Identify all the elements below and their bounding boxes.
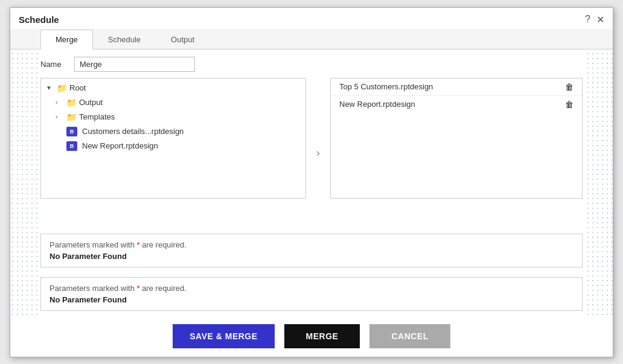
right-panel: Top 5 Customers.rptdesign 🗑 New Report.r… <box>330 78 583 199</box>
chevron-right-icon: › <box>56 99 64 106</box>
folder-icon: 📁 <box>66 112 77 122</box>
file-icon: B <box>66 141 77 151</box>
tree-item-root[interactable]: ▼ 📁 Root <box>41 81 305 95</box>
tree-item-label: Customers details...rptdesign <box>82 127 184 136</box>
tab-bar: Merge Schedule Output <box>10 29 613 49</box>
no-param-label-1: No Parameter Found <box>50 252 573 261</box>
right-item-label: New Report.rptdesign <box>339 100 415 109</box>
param-box-1: Parameters marked with * are required. N… <box>40 234 583 267</box>
footer: SAVE & MERGE MERGE CANCEL <box>10 316 613 357</box>
tab-schedule[interactable]: Schedule <box>93 30 156 49</box>
right-panel-item: Top 5 Customers.rptdesign 🗑 <box>331 78 582 96</box>
param-text-1: Parameters marked with * are required. <box>50 240 573 249</box>
file-icon: B <box>66 127 77 136</box>
tab-output[interactable]: Output <box>156 30 209 49</box>
title-bar: Schedule ? ✕ <box>10 8 613 29</box>
content-area: ▼ 📁 Root › 📁 Output › 📁 Templates <box>10 78 613 229</box>
folder-icon: 📁 <box>66 98 77 107</box>
tree-item-label: Templates <box>79 112 115 121</box>
schedule-dialog: Schedule ? ✕ Merge Schedule Output Name <box>10 7 613 357</box>
cancel-button[interactable]: CANCEL <box>369 324 450 348</box>
tree-item-label: New Report.rptdesign <box>82 141 158 150</box>
tree-item-label: Output <box>79 98 103 107</box>
folder-icon: 📁 <box>57 83 67 93</box>
name-row: Name <box>10 49 613 78</box>
chevron-right-icon: › <box>56 113 64 120</box>
tab-merge[interactable]: Merge <box>40 30 93 49</box>
tree-item-label: Root <box>69 83 86 92</box>
delete-icon[interactable]: 🗑 <box>565 82 573 92</box>
add-to-right-button[interactable]: › <box>316 147 320 159</box>
file-tree-panel: ▼ 📁 Root › 📁 Output › 📁 Templates <box>40 78 306 199</box>
delete-icon[interactable]: 🗑 <box>565 100 573 109</box>
tree-item-newreport[interactable]: › B New Report.rptdesign <box>41 139 305 153</box>
arrow-area: › <box>306 78 330 229</box>
no-param-label-2: No Parameter Found <box>50 295 573 304</box>
param-text-2: Parameters marked with * are required. <box>50 284 573 293</box>
merge-button[interactable]: MERGE <box>284 324 360 348</box>
tree-item-customers[interactable]: › B Customers details...rptdesign <box>41 124 305 139</box>
help-icon[interactable]: ? <box>585 14 590 25</box>
name-label: Name <box>40 60 65 69</box>
chevron-down-icon: ▼ <box>46 85 54 91</box>
title-bar-actions: ? ✕ <box>585 14 604 25</box>
right-panel-item: New Report.rptdesign 🗑 <box>331 96 582 113</box>
tree-item-templates[interactable]: › 📁 Templates <box>41 110 305 124</box>
name-input[interactable] <box>74 57 195 72</box>
save-merge-button[interactable]: SAVE & MERGE <box>173 324 274 348</box>
param-box-2: Parameters marked with * are required. N… <box>40 277 583 311</box>
dialog-title: Schedule <box>19 14 59 25</box>
close-icon[interactable]: ✕ <box>596 14 604 25</box>
tree-item-output[interactable]: › 📁 Output <box>41 95 305 110</box>
right-item-label: Top 5 Customers.rptdesign <box>339 82 433 91</box>
